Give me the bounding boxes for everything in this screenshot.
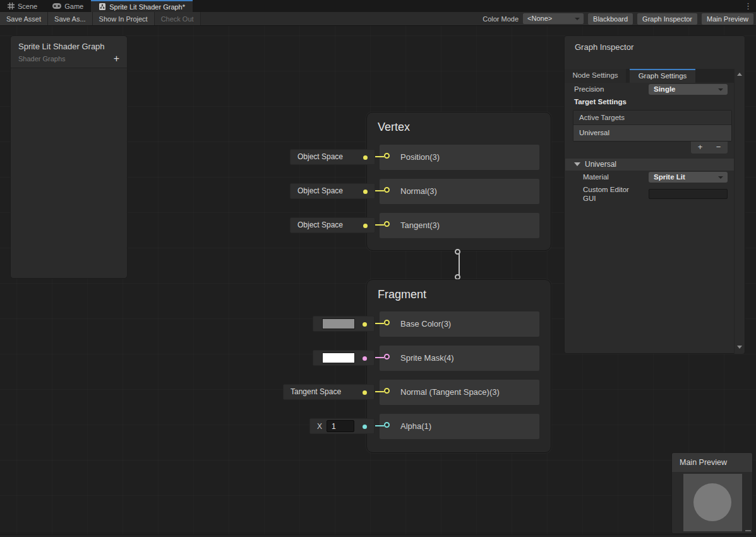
- active-targets-list: Active Targets Universal: [573, 110, 732, 142]
- alpha-input[interactable]: [327, 420, 354, 432]
- blackboard-subtitle: Shader Graphs: [18, 55, 66, 63]
- graph-toolbar: Save Asset Save As... Show In Project Ch…: [0, 12, 756, 26]
- save-as-button[interactable]: Save As...: [48, 12, 93, 25]
- blackboard-header: Sprite Lit Shader Graph Shader Graphs +: [11, 36, 127, 68]
- custom-editor-gui-input[interactable]: [649, 189, 728, 199]
- vertex-normal-slot[interactable]: Normal(3): [380, 179, 539, 204]
- vertex-tangent-slot[interactable]: Tangent(3): [380, 213, 539, 238]
- graph-inspector-toggle-button[interactable]: Graph Inspector: [637, 13, 697, 25]
- tab-game-label: Game: [64, 3, 83, 10]
- port-vec3-icon[interactable]: [384, 320, 390, 325]
- main-preview-toggle-button[interactable]: Main Preview: [702, 13, 753, 25]
- universal-foldout[interactable]: Universal: [565, 159, 735, 171]
- edge-normal-ts: [375, 391, 384, 392]
- chevron-down-icon: [718, 88, 723, 91]
- sprite-mask-swatch[interactable]: [322, 353, 355, 363]
- fragment-base-color-slot[interactable]: Base Color(3): [380, 311, 539, 337]
- chevron-down-icon: [718, 176, 723, 179]
- port-float-icon[interactable]: [384, 422, 390, 428]
- toolbar-right-group: Color Mode <None> Blackboard Graph Inspe…: [483, 13, 756, 25]
- show-in-project-button[interactable]: Show In Project: [93, 12, 155, 25]
- editor-tab-bar: Scene Game Sprite Lit Shader Graph* ⋮: [0, 0, 756, 12]
- edge-base-color: [375, 323, 384, 324]
- base-color-field[interactable]: [313, 316, 375, 332]
- custom-editor-label-line2: GUI: [583, 195, 596, 202]
- vertex-node[interactable]: Vertex Position(3) Normal(3) Tangent(3): [366, 112, 551, 251]
- add-property-button[interactable]: +: [114, 55, 119, 63]
- alpha-x-label: X: [317, 422, 322, 431]
- resize-handle[interactable]: [745, 530, 751, 531]
- port-vec3-icon[interactable]: [384, 388, 390, 394]
- edge-normal: [375, 190, 384, 191]
- window-bottom-border: [0, 534, 756, 537]
- shader-graph-window: Scene Game Sprite Lit Shader Graph* ⋮ Sa…: [0, 0, 756, 537]
- custom-editor-label-line1: Custom Editor: [583, 186, 629, 193]
- port-dot-vec3-icon: [363, 155, 368, 160]
- tab-shader-graph-label: Sprite Lit Shader Graph*: [109, 3, 185, 11]
- port-vec3-icon[interactable]: [384, 221, 390, 227]
- material-dropdown[interactable]: Sprite Lit: [649, 172, 728, 183]
- scroll-down-icon[interactable]: [737, 346, 742, 349]
- remove-target-button[interactable]: −: [709, 142, 728, 154]
- color-mode-label: Color Mode: [483, 15, 519, 23]
- graph-inspector-panel[interactable]: Graph Inspector Node Settings Graph Sett…: [564, 35, 745, 354]
- add-target-button[interactable]: +: [691, 142, 709, 154]
- blackboard-panel[interactable]: Sprite Lit Shader Graph Shader Graphs +: [10, 35, 128, 279]
- scroll-up-icon[interactable]: [737, 73, 742, 76]
- edge-alpha: [375, 425, 384, 426]
- vertex-output-port[interactable]: [455, 249, 460, 255]
- vertex-node-title: Vertex: [378, 121, 410, 134]
- tab-scene-label: Scene: [18, 3, 37, 10]
- edge-tangent: [375, 224, 384, 226]
- tangent-space-dropdown[interactable]: Object Space: [290, 217, 375, 233]
- gamepad-icon: [52, 3, 61, 9]
- position-space-dropdown[interactable]: Object Space: [290, 149, 375, 165]
- vertex-position-slot[interactable]: Position(3): [380, 145, 539, 170]
- tab-graph-settings[interactable]: Graph Settings: [630, 69, 695, 83]
- normal-space-pill[interactable]: Tangent Space: [283, 384, 375, 400]
- toolbar-left-group: Save Asset Save As... Show In Project Ch…: [0, 12, 201, 25]
- port-dot-vec3-icon: [363, 390, 367, 395]
- main-preview-title: Main Preview: [672, 453, 752, 472]
- tab-game[interactable]: Game: [45, 0, 91, 12]
- port-vec4-icon[interactable]: [384, 354, 390, 359]
- normal-space-dropdown[interactable]: Object Space: [290, 183, 375, 199]
- precision-dropdown[interactable]: Single: [649, 84, 728, 95]
- edge-position: [375, 156, 384, 157]
- scene-grid-icon: [8, 3, 15, 9]
- blackboard-toggle-button[interactable]: Blackboard: [588, 13, 633, 25]
- inspector-tab-strip: Node Settings Graph Settings: [565, 69, 735, 83]
- color-mode-value: <None>: [527, 15, 552, 22]
- fragment-sprite-mask-slot[interactable]: Sprite Mask(4): [380, 346, 539, 371]
- port-vec3-icon[interactable]: [384, 187, 390, 193]
- main-preview-panel[interactable]: Main Preview: [671, 452, 753, 534]
- preview-sphere: [693, 483, 731, 521]
- port-dot-float-icon: [363, 425, 367, 429]
- fragment-node[interactable]: Fragment Base Color(3) Sprite Mask(4) No…: [366, 279, 551, 453]
- shader-graph-doc-icon: [99, 3, 106, 11]
- blackboard-title: Sprite Lit Shader Graph: [18, 42, 119, 51]
- tab-shader-graph[interactable]: Sprite Lit Shader Graph*: [91, 0, 193, 12]
- target-item-universal[interactable]: Universal: [573, 125, 731, 141]
- sprite-mask-field[interactable]: [313, 350, 375, 366]
- color-mode-dropdown[interactable]: <None>: [523, 13, 584, 24]
- edge-sprite-mask: [375, 357, 384, 358]
- save-asset-button[interactable]: Save Asset: [0, 12, 48, 25]
- fragment-alpha-slot[interactable]: Alpha(1): [380, 414, 539, 439]
- graph-inspector-title: Graph Inspector: [575, 42, 633, 52]
- port-dot-vec3-icon: [363, 224, 368, 228]
- inspector-scrollbar[interactable]: [734, 69, 745, 354]
- base-color-swatch[interactable]: [322, 318, 355, 329]
- fragment-node-title: Fragment: [378, 288, 426, 301]
- precision-label: Precision: [574, 85, 604, 93]
- check-out-button[interactable]: Check Out: [155, 12, 201, 25]
- window-menu-icon[interactable]: ⋮: [744, 1, 752, 11]
- list-footer: + −: [691, 142, 728, 154]
- preview-viewport: [683, 474, 742, 531]
- alpha-field[interactable]: X: [309, 418, 375, 434]
- port-vec3-icon[interactable]: [384, 153, 390, 159]
- tab-node-settings[interactable]: Node Settings: [565, 69, 626, 83]
- fragment-normal-slot[interactable]: Normal (Tangent Space)(3): [380, 380, 539, 405]
- tab-scene[interactable]: Scene: [0, 0, 45, 12]
- chevron-down-icon: [575, 18, 580, 20]
